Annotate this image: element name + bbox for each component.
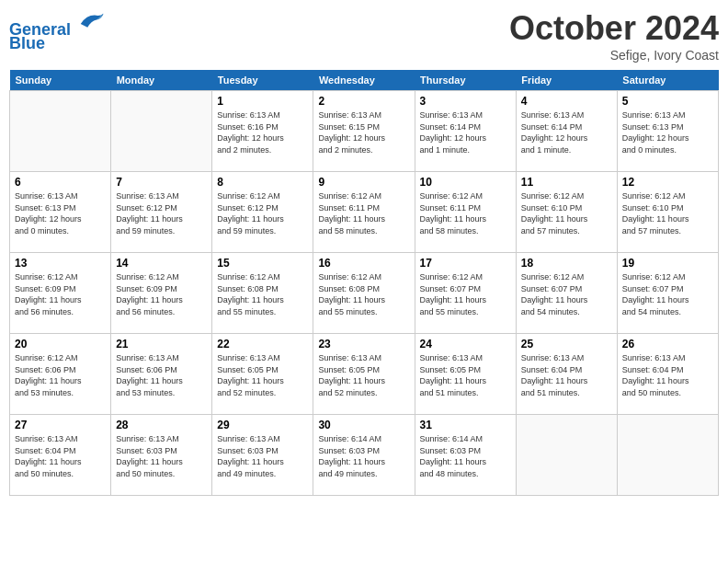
calendar-cell: 23Sunrise: 6:13 AM Sunset: 6:05 PM Dayli… — [313, 334, 415, 415]
day-info: Sunrise: 6:12 AM Sunset: 6:07 PM Dayligh… — [622, 271, 713, 317]
title-area: October 2024 Sefige, Ivory Coast — [509, 9, 719, 63]
day-info: Sunrise: 6:13 AM Sunset: 6:13 PM Dayligh… — [622, 109, 713, 155]
day-number: 25 — [521, 338, 612, 350]
day-info: Sunrise: 6:12 AM Sunset: 6:09 PM Dayligh… — [15, 271, 106, 317]
day-number: 27 — [15, 419, 106, 431]
day-info: Sunrise: 6:13 AM Sunset: 6:03 PM Dayligh… — [217, 433, 308, 479]
day-info: Sunrise: 6:13 AM Sunset: 6:16 PM Dayligh… — [217, 109, 308, 155]
day-info: Sunrise: 6:13 AM Sunset: 6:04 PM Dayligh… — [521, 352, 612, 398]
day-info: Sunrise: 6:14 AM Sunset: 6:03 PM Dayligh… — [318, 433, 409, 479]
day-number: 3 — [420, 95, 511, 108]
calendar-cell: 13Sunrise: 6:12 AM Sunset: 6:09 PM Dayli… — [10, 253, 111, 334]
logo: General Blue — [9, 9, 105, 53]
calendar-cell: 6Sunrise: 6:13 AM Sunset: 6:13 PM Daylig… — [10, 172, 111, 253]
day-number: 23 — [318, 338, 409, 350]
day-number: 5 — [622, 95, 713, 108]
day-number: 19 — [622, 257, 713, 270]
day-number: 15 — [217, 257, 308, 270]
day-number: 24 — [420, 338, 511, 350]
day-number: 8 — [217, 176, 308, 189]
day-info: Sunrise: 6:12 AM Sunset: 6:10 PM Dayligh… — [622, 190, 713, 236]
day-number: 20 — [15, 338, 106, 350]
calendar-cell: 26Sunrise: 6:13 AM Sunset: 6:04 PM Dayli… — [617, 334, 718, 415]
day-info: Sunrise: 6:14 AM Sunset: 6:03 PM Dayligh… — [420, 433, 511, 479]
calendar-cell: 4Sunrise: 6:13 AM Sunset: 6:14 PM Daylig… — [516, 91, 617, 172]
day-info: Sunrise: 6:13 AM Sunset: 6:14 PM Dayligh… — [420, 109, 511, 155]
calendar-cell: 28Sunrise: 6:13 AM Sunset: 6:03 PM Dayli… — [111, 415, 212, 496]
day-number: 26 — [622, 338, 713, 350]
logo-bird-icon — [77, 9, 105, 35]
calendar-cell: 9Sunrise: 6:12 AM Sunset: 6:11 PM Daylig… — [313, 172, 415, 253]
day-number: 28 — [116, 419, 207, 431]
day-number: 2 — [318, 95, 409, 108]
calendar-cell: 20Sunrise: 6:12 AM Sunset: 6:06 PM Dayli… — [10, 334, 111, 415]
day-number: 14 — [116, 257, 207, 270]
day-info: Sunrise: 6:13 AM Sunset: 6:14 PM Dayligh… — [521, 109, 612, 155]
page-header: General Blue October 2024 Sefige, Ivory … — [9, 9, 719, 63]
calendar-cell — [10, 91, 111, 172]
day-number: 4 — [521, 95, 612, 108]
month-title: October 2024 — [509, 9, 719, 48]
header-row: SundayMondayTuesdayWednesdayThursdayFrid… — [10, 70, 719, 91]
week-row-1: 1Sunrise: 6:13 AM Sunset: 6:16 PM Daylig… — [10, 91, 719, 172]
day-info: Sunrise: 6:13 AM Sunset: 6:12 PM Dayligh… — [116, 190, 207, 236]
day-info: Sunrise: 6:13 AM Sunset: 6:06 PM Dayligh… — [116, 352, 207, 398]
day-info: Sunrise: 6:13 AM Sunset: 6:05 PM Dayligh… — [420, 352, 511, 398]
day-info: Sunrise: 6:12 AM Sunset: 6:11 PM Dayligh… — [318, 190, 409, 236]
day-info: Sunrise: 6:12 AM Sunset: 6:07 PM Dayligh… — [420, 271, 511, 317]
day-number: 6 — [15, 176, 106, 189]
day-number: 11 — [521, 176, 612, 189]
calendar-cell: 2Sunrise: 6:13 AM Sunset: 6:15 PM Daylig… — [313, 91, 415, 172]
day-info: Sunrise: 6:12 AM Sunset: 6:11 PM Dayligh… — [420, 190, 511, 236]
day-header-wednesday: Wednesday — [313, 70, 415, 91]
calendar-cell: 25Sunrise: 6:13 AM Sunset: 6:04 PM Dayli… — [516, 334, 617, 415]
calendar-cell: 22Sunrise: 6:13 AM Sunset: 6:05 PM Dayli… — [212, 334, 313, 415]
calendar-cell: 27Sunrise: 6:13 AM Sunset: 6:04 PM Dayli… — [10, 415, 111, 496]
calendar-cell: 3Sunrise: 6:13 AM Sunset: 6:14 PM Daylig… — [415, 91, 516, 172]
day-header-monday: Monday — [111, 70, 212, 91]
calendar-cell: 14Sunrise: 6:12 AM Sunset: 6:09 PM Dayli… — [111, 253, 212, 334]
day-header-friday: Friday — [516, 70, 617, 91]
calendar-cell: 17Sunrise: 6:12 AM Sunset: 6:07 PM Dayli… — [415, 253, 516, 334]
day-header-tuesday: Tuesday — [212, 70, 313, 91]
day-header-saturday: Saturday — [617, 70, 718, 91]
calendar-cell: 1Sunrise: 6:13 AM Sunset: 6:16 PM Daylig… — [212, 91, 313, 172]
day-number: 18 — [521, 257, 612, 270]
calendar-table: SundayMondayTuesdayWednesdayThursdayFrid… — [9, 70, 719, 496]
calendar-cell: 31Sunrise: 6:14 AM Sunset: 6:03 PM Dayli… — [415, 415, 516, 496]
calendar-cell: 10Sunrise: 6:12 AM Sunset: 6:11 PM Dayli… — [415, 172, 516, 253]
location-subtitle: Sefige, Ivory Coast — [509, 48, 719, 63]
calendar-cell: 7Sunrise: 6:13 AM Sunset: 6:12 PM Daylig… — [111, 172, 212, 253]
day-number: 1 — [217, 95, 308, 108]
calendar-cell: 5Sunrise: 6:13 AM Sunset: 6:13 PM Daylig… — [617, 91, 718, 172]
day-info: Sunrise: 6:12 AM Sunset: 6:09 PM Dayligh… — [116, 271, 207, 317]
day-info: Sunrise: 6:13 AM Sunset: 6:04 PM Dayligh… — [622, 352, 713, 398]
day-number: 12 — [622, 176, 713, 189]
day-info: Sunrise: 6:13 AM Sunset: 6:04 PM Dayligh… — [15, 433, 106, 479]
calendar-cell — [516, 415, 617, 496]
day-number: 22 — [217, 338, 308, 350]
calendar-cell: 19Sunrise: 6:12 AM Sunset: 6:07 PM Dayli… — [617, 253, 718, 334]
day-number: 10 — [420, 176, 511, 189]
calendar-cell: 30Sunrise: 6:14 AM Sunset: 6:03 PM Dayli… — [313, 415, 415, 496]
day-info: Sunrise: 6:12 AM Sunset: 6:08 PM Dayligh… — [318, 271, 409, 317]
day-header-sunday: Sunday — [10, 70, 111, 91]
week-row-4: 20Sunrise: 6:12 AM Sunset: 6:06 PM Dayli… — [10, 334, 719, 415]
day-info: Sunrise: 6:12 AM Sunset: 6:08 PM Dayligh… — [217, 271, 308, 317]
calendar-cell: 16Sunrise: 6:12 AM Sunset: 6:08 PM Dayli… — [313, 253, 415, 334]
day-number: 29 — [217, 419, 308, 431]
day-info: Sunrise: 6:12 AM Sunset: 6:10 PM Dayligh… — [521, 190, 612, 236]
day-number: 13 — [15, 257, 106, 270]
day-number: 16 — [318, 257, 409, 270]
calendar-cell: 12Sunrise: 6:12 AM Sunset: 6:10 PM Dayli… — [617, 172, 718, 253]
day-number: 30 — [318, 419, 409, 431]
week-row-5: 27Sunrise: 6:13 AM Sunset: 6:04 PM Dayli… — [10, 415, 719, 496]
calendar-cell: 15Sunrise: 6:12 AM Sunset: 6:08 PM Dayli… — [212, 253, 313, 334]
day-info: Sunrise: 6:12 AM Sunset: 6:06 PM Dayligh… — [15, 352, 106, 398]
day-number: 17 — [420, 257, 511, 270]
day-number: 31 — [420, 419, 511, 431]
day-header-thursday: Thursday — [415, 70, 516, 91]
calendar-cell — [617, 415, 718, 496]
calendar-cell: 8Sunrise: 6:12 AM Sunset: 6:12 PM Daylig… — [212, 172, 313, 253]
day-info: Sunrise: 6:13 AM Sunset: 6:15 PM Dayligh… — [318, 109, 409, 155]
